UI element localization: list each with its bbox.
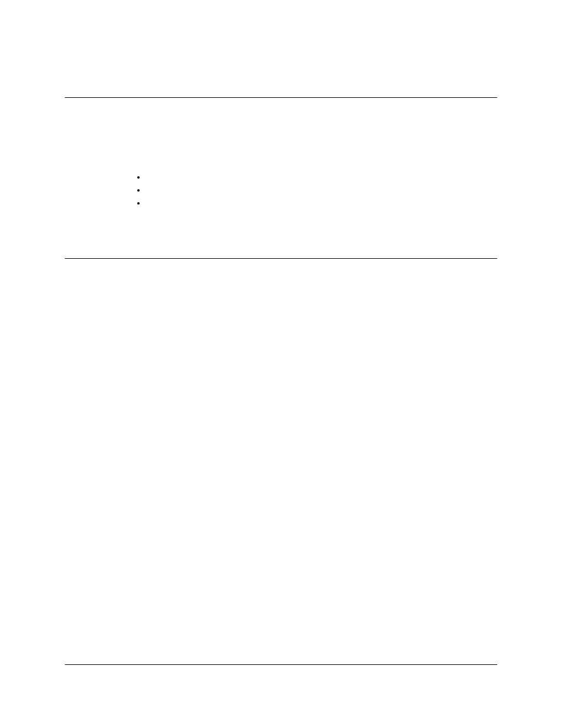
bullet-list	[146, 170, 147, 209]
list-item	[146, 170, 147, 183]
list-item	[146, 196, 147, 209]
horizontal-rule-middle	[65, 258, 497, 259]
horizontal-rule-bottom	[65, 664, 497, 665]
horizontal-rule-top	[65, 97, 497, 98]
list-item	[146, 183, 147, 196]
document-page	[0, 0, 562, 728]
